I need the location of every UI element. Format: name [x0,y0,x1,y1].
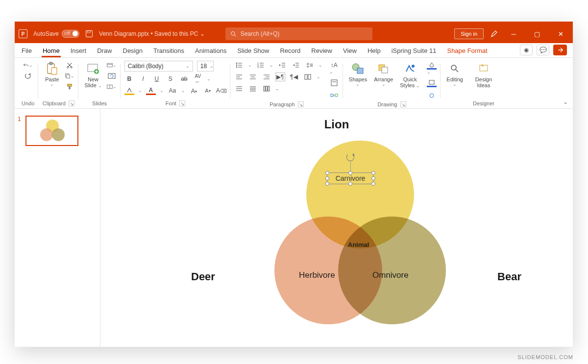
handle-tc[interactable] [348,171,352,175]
align-left-button[interactable] [234,73,244,81]
bold-button[interactable]: B [124,74,134,83]
save-icon[interactable] [85,30,93,38]
font-color-button[interactable]: A [146,86,156,95]
numbering-button[interactable]: 123 [256,61,266,70]
quick-styles-button[interactable]: QuickStyles ⌄ [398,61,422,90]
strike-button[interactable]: ab [179,74,189,83]
copy-button[interactable]: ⌄ [65,72,74,80]
autosave-label: AutoSave [33,30,59,37]
search-input[interactable]: Search (Alt+Q) [225,27,372,40]
handle-br[interactable] [371,182,375,186]
handle-mr[interactable] [371,176,375,180]
handle-bl[interactable] [325,182,329,186]
clipboard-launcher[interactable]: ↘ [69,100,74,106]
new-slide-button[interactable]: NewSlide ⌄ [82,61,104,90]
slide-canvas[interactable]: Lion Deer Bear Herbivore Omnivore Animal… [100,109,573,347]
handle-bc[interactable] [348,182,352,186]
toggle-switch[interactable]: Off [62,30,79,38]
align-center-button[interactable] [248,73,258,81]
bullets-button[interactable] [234,61,244,70]
format-painter-button[interactable] [65,82,74,91]
document-title[interactable]: Venn Diagram.pptx • Saved to this PC ⌄ [99,30,205,37]
grow-font-button[interactable]: A▴ [189,86,199,95]
distributed-button[interactable] [248,84,258,93]
tab-animations[interactable]: Animations [194,44,227,57]
collapse-ribbon-button[interactable]: ⌄ [563,98,568,105]
change-case-button[interactable]: Aa [168,86,177,95]
tab-help[interactable]: Help [367,44,382,57]
indent-inc-button[interactable] [291,61,301,70]
undo-button[interactable]: ⌄ [23,61,33,70]
ltr-button[interactable]: ▶¶ [275,73,285,81]
font-size-select[interactable]: 18⌄ [197,61,214,72]
minimize-button[interactable]: ─ [505,26,522,41]
venn-circle-top[interactable] [306,141,414,248]
tab-design[interactable]: Design [122,44,144,57]
shape-outline-button[interactable] [427,78,437,87]
smartart-button[interactable] [329,91,339,100]
justify-button[interactable] [234,84,244,93]
shape-effects-button[interactable] [427,91,437,100]
tab-draw[interactable]: Draw [96,44,113,57]
handle-tr[interactable] [371,171,375,175]
signin-button[interactable]: Sign in [454,28,484,39]
columns-button[interactable] [303,73,313,81]
tab-slideshow[interactable]: Slide Show [236,44,270,57]
tab-review[interactable]: Review [310,44,333,57]
clear-format-button[interactable]: A⌫ [217,86,226,95]
share-button[interactable] [553,45,567,55]
section-button[interactable]: ⌄ [107,82,117,91]
paste-icon [46,62,58,75]
rotate-handle[interactable] [346,153,354,161]
tab-home[interactable]: Home [42,44,61,57]
char-spacing-button[interactable]: AV↔ [193,74,203,83]
tab-insert[interactable]: Insert [70,44,88,57]
redo-button[interactable] [23,72,33,80]
highlight-button[interactable] [124,86,134,95]
editing-button[interactable]: Editing⌄ [444,61,465,88]
selected-textbox-carnivore[interactable]: Carnivore [327,172,374,184]
svg-rect-59 [331,80,337,86]
paste-button[interactable]: Paste⌄ [42,61,62,88]
rtl-button[interactable]: ¶◀ [289,73,299,81]
comments-button[interactable]: 💬 [537,45,549,55]
design-ideas-button[interactable]: DesignIdeas [473,61,494,89]
indent-dec-button[interactable] [277,61,287,70]
text-animal[interactable]: Animal [348,241,369,248]
tab-file[interactable]: File [21,44,33,57]
shadow-button[interactable]: S [166,74,175,83]
tab-record[interactable]: Record [279,44,301,57]
tab-shape-format[interactable]: Shape Format [446,44,488,57]
line-spacing-button[interactable]: ‡≡ [305,61,315,70]
shape-fill-button[interactable] [427,61,437,70]
shapes-button[interactable]: Shapes⌄ [347,61,369,88]
handle-tl[interactable] [325,171,329,175]
record-indicator-button[interactable]: ◉ [520,45,533,55]
text-herbivore[interactable]: Herbivore [299,270,335,280]
close-button[interactable]: ✕ [552,26,569,41]
tab-view[interactable]: View [342,44,358,57]
more-columns-button[interactable] [262,84,271,93]
drawing-launcher[interactable]: ↘ [400,101,406,107]
italic-button[interactable]: I [138,74,148,83]
cut-button[interactable] [65,61,74,70]
maximize-button[interactable]: ▢ [529,26,545,41]
font-name-select[interactable]: Calibri (Body)⌄ [124,61,193,72]
align-right-button[interactable] [262,73,271,81]
align-text-button[interactable] [329,78,339,87]
reset-button[interactable] [107,72,117,80]
layout-button[interactable]: ⌄ [107,61,117,70]
para-launcher[interactable]: ↘ [298,101,304,107]
font-launcher[interactable]: ↘ [179,100,185,106]
tab-ispring[interactable]: iSpring Suite 11 [391,44,438,57]
arrange-button[interactable]: Arrange⌄ [372,61,395,88]
text-direction-button[interactable]: ↕A [329,61,339,70]
autosave-toggle[interactable]: AutoSave Off [33,30,79,38]
pen-icon[interactable] [490,30,498,38]
handle-ml[interactable] [325,176,329,180]
shrink-font-button[interactable]: A▾ [203,86,213,95]
tab-transitions[interactable]: Transitions [152,44,185,57]
underline-button[interactable]: U [152,74,162,83]
text-omnivore[interactable]: Omnivore [372,270,409,280]
slide-thumb-1[interactable] [25,116,78,146]
